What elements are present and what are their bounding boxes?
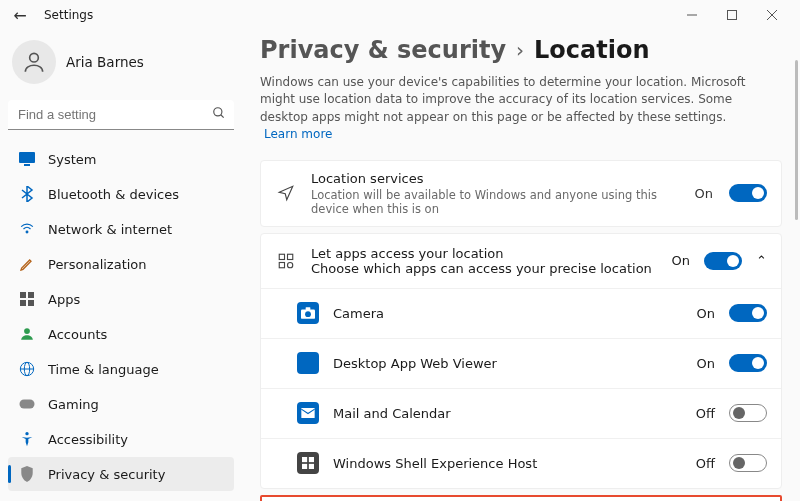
nav-windows-update[interactable]: Windows Update — [8, 492, 234, 501]
setting-subtitle: Choose which apps can access your precis… — [311, 261, 658, 276]
app-name: Camera — [333, 306, 683, 321]
svg-point-19 — [25, 432, 28, 435]
nav-label: Personalization — [48, 257, 147, 272]
shell-host-toggle[interactable] — [729, 454, 767, 472]
svg-point-23 — [288, 262, 293, 267]
setting-title: Let apps access your location — [311, 246, 658, 261]
svg-point-14 — [24, 328, 30, 334]
avatar-icon — [12, 40, 56, 84]
nav-system[interactable]: System — [8, 142, 234, 176]
svg-rect-11 — [28, 292, 34, 298]
svg-rect-20 — [279, 254, 284, 259]
bluetooth-icon — [18, 185, 36, 203]
desktop-apps-access-card[interactable]: Let desktop apps access your location De… — [260, 495, 782, 501]
search-field[interactable] — [8, 100, 234, 130]
accessibility-icon — [18, 430, 36, 448]
nav-bluetooth[interactable]: Bluetooth & devices — [8, 177, 234, 211]
toggle-state: Off — [696, 456, 715, 471]
svg-point-5 — [214, 108, 222, 116]
user-profile[interactable]: Aria Barnes — [8, 36, 234, 94]
nav-label: Accessibility — [48, 432, 128, 447]
camera-icon — [297, 302, 319, 324]
nav-personalization[interactable]: Personalization — [8, 247, 234, 281]
close-button[interactable] — [752, 1, 792, 29]
search-icon — [212, 106, 226, 123]
app-row-camera: Camera On — [261, 288, 781, 338]
chevron-up-icon[interactable]: ⌃ — [756, 253, 767, 268]
nav-accounts[interactable]: Accounts — [8, 317, 234, 351]
shell-icon — [297, 452, 319, 474]
svg-rect-1 — [728, 11, 737, 20]
window-title: Settings — [44, 8, 93, 22]
camera-toggle[interactable] — [729, 304, 767, 322]
search-input[interactable] — [8, 100, 234, 130]
svg-rect-18 — [20, 400, 35, 409]
minimize-button[interactable] — [672, 1, 712, 29]
location-services-toggle[interactable] — [729, 184, 767, 202]
apps-access-toggle[interactable] — [704, 252, 742, 270]
globe-icon — [18, 360, 36, 378]
app-name: Windows Shell Experience Host — [333, 456, 682, 471]
svg-point-4 — [30, 53, 39, 62]
nav-time-language[interactable]: Time & language — [8, 352, 234, 386]
setting-title: Location services — [311, 171, 681, 186]
scrollbar[interactable] — [795, 60, 798, 220]
svg-rect-26 — [306, 307, 311, 310]
page-title: Location — [534, 36, 649, 64]
nav-label: Privacy & security — [48, 467, 165, 482]
location-services-card[interactable]: Location services Location will be avail… — [260, 160, 782, 227]
gaming-icon — [18, 395, 36, 413]
breadcrumb: Privacy & security › Location — [260, 34, 782, 64]
nav-label: System — [48, 152, 96, 167]
brush-icon — [18, 255, 36, 273]
app-row-mail-calendar: Mail and Calendar Off — [261, 388, 781, 438]
svg-rect-29 — [309, 457, 314, 462]
wifi-icon — [18, 220, 36, 238]
apps-access-header[interactable]: Let apps access your location Choose whi… — [261, 234, 781, 288]
app-row-desktop-web-viewer: Desktop App Web Viewer On — [261, 338, 781, 388]
nav-apps[interactable]: Apps — [8, 282, 234, 316]
toggle-state: On — [695, 186, 713, 201]
svg-point-9 — [26, 231, 28, 233]
apps-icon — [18, 290, 36, 308]
maximize-button[interactable] — [712, 1, 752, 29]
toggle-state: On — [697, 356, 715, 371]
nav-label: Gaming — [48, 397, 99, 412]
location-icon — [275, 184, 297, 202]
svg-rect-30 — [302, 464, 307, 469]
svg-point-25 — [305, 311, 311, 317]
svg-rect-28 — [302, 457, 307, 462]
svg-rect-21 — [288, 254, 293, 259]
desktop-web-viewer-toggle[interactable] — [729, 354, 767, 372]
app-name: Mail and Calendar — [333, 406, 682, 421]
svg-rect-8 — [24, 164, 30, 166]
nav-privacy-security[interactable]: Privacy & security — [8, 457, 234, 491]
nav-label: Time & language — [48, 362, 159, 377]
back-button[interactable]: ← — [8, 6, 32, 25]
svg-rect-31 — [309, 464, 314, 469]
svg-rect-22 — [279, 262, 284, 267]
page-description: Windows can use your device's capabiliti… — [260, 74, 782, 144]
svg-rect-10 — [20, 292, 26, 298]
nav-label: Network & internet — [48, 222, 172, 237]
system-icon — [18, 150, 36, 168]
shield-icon — [18, 465, 36, 483]
toggle-state: On — [697, 306, 715, 321]
svg-rect-13 — [28, 300, 34, 306]
user-name: Aria Barnes — [66, 54, 144, 70]
nav-accessibility[interactable]: Accessibility — [8, 422, 234, 456]
toggle-state: Off — [696, 406, 715, 421]
svg-rect-12 — [20, 300, 26, 306]
nav-gaming[interactable]: Gaming — [8, 387, 234, 421]
nav-label: Bluetooth & devices — [48, 187, 179, 202]
toggle-state: On — [672, 253, 690, 268]
chevron-right-icon: › — [516, 38, 524, 62]
app-row-shell-host: Windows Shell Experience Host Off — [261, 438, 781, 488]
learn-more-link[interactable]: Learn more — [264, 127, 332, 141]
setting-subtitle: Location will be available to Windows an… — [311, 188, 681, 216]
breadcrumb-parent[interactable]: Privacy & security — [260, 36, 506, 64]
nav-network[interactable]: Network & internet — [8, 212, 234, 246]
nav-label: Accounts — [48, 327, 107, 342]
mail-calendar-toggle[interactable] — [729, 404, 767, 422]
mail-icon — [297, 402, 319, 424]
